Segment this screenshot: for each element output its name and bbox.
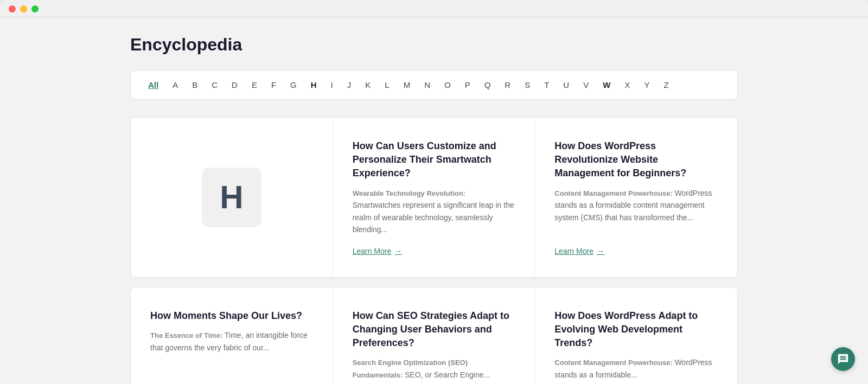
learn-more-smartwatch[interactable]: Learn More → bbox=[353, 247, 515, 255]
chat-bubble-button[interactable] bbox=[831, 347, 855, 371]
alpha-k[interactable]: K bbox=[363, 79, 373, 91]
h-icon-wrapper: H bbox=[150, 139, 313, 255]
card-moments-title: How Moments Shape Our Lives? bbox=[150, 309, 313, 323]
card-wordpress-title: How Does WordPress Revolutionize Website… bbox=[554, 139, 718, 181]
card-wordpress: How Does WordPress Revolutionize Website… bbox=[535, 118, 737, 278]
alpha-c[interactable]: C bbox=[209, 79, 220, 91]
alpha-q[interactable]: Q bbox=[482, 79, 493, 91]
card-seo-description: Search Engine Optimization (SEO) Fundame… bbox=[353, 356, 515, 381]
card-seo-title: How Can SEO Strategies Adapt to Changing… bbox=[353, 309, 515, 350]
page-title: Encyclopedia bbox=[130, 35, 738, 55]
alpha-all[interactable]: All bbox=[146, 79, 161, 91]
card-moments-description: The Essence of Time: Time, an intangible… bbox=[150, 329, 313, 381]
card-wordpress-trends-description: Content Management Powerhouse: WordPress… bbox=[554, 356, 718, 381]
card-moments: How Moments Shape Our Lives? The Essence… bbox=[131, 287, 333, 384]
traffic-light-red[interactable] bbox=[9, 5, 16, 12]
alpha-o[interactable]: O bbox=[442, 79, 453, 91]
alpha-n[interactable]: N bbox=[422, 79, 432, 91]
card-seo: How Can SEO Strategies Adapt to Changing… bbox=[333, 287, 535, 384]
alpha-b[interactable]: B bbox=[190, 79, 200, 91]
alpha-x[interactable]: X bbox=[622, 79, 632, 91]
alpha-r[interactable]: R bbox=[502, 79, 513, 91]
alpha-t[interactable]: T bbox=[542, 79, 551, 91]
alpha-f[interactable]: F bbox=[269, 79, 278, 91]
alphabet-nav: All A B C D E F G H I J K L M N O P Q R … bbox=[130, 70, 738, 100]
alpha-a[interactable]: A bbox=[170, 79, 180, 91]
card-smartwatch-title: How Can Users Customize and Personalize … bbox=[353, 139, 515, 181]
alpha-w[interactable]: W bbox=[601, 79, 612, 91]
card-smartwatch-description: Wearable Technology Revolution: Smartwat… bbox=[353, 187, 515, 236]
cards-row-2: How Moments Shape Our Lives? The Essence… bbox=[130, 287, 738, 384]
alpha-m[interactable]: M bbox=[401, 79, 413, 91]
alpha-g[interactable]: G bbox=[288, 79, 299, 91]
alpha-e[interactable]: E bbox=[250, 79, 259, 91]
alpha-d[interactable]: D bbox=[229, 79, 240, 91]
page-container: Encyclopedia All A B C D E F G H I J K L… bbox=[108, 35, 760, 384]
card-wordpress-trends-title: How Does WordPress Adapt to Evolving Web… bbox=[554, 309, 718, 350]
alpha-l[interactable]: L bbox=[382, 79, 391, 91]
card-h-icon: H bbox=[131, 118, 333, 278]
browser-chrome bbox=[0, 0, 868, 17]
card-wordpress-description: Content Management Powerhouse: WordPress… bbox=[554, 187, 718, 236]
alpha-h[interactable]: H bbox=[309, 79, 319, 91]
card-smartwatch: How Can Users Customize and Personalize … bbox=[333, 118, 535, 278]
alpha-j[interactable]: J bbox=[345, 79, 354, 91]
alpha-u[interactable]: U bbox=[561, 79, 571, 91]
alpha-p[interactable]: P bbox=[463, 79, 473, 91]
alpha-i[interactable]: I bbox=[329, 79, 335, 91]
alpha-v[interactable]: V bbox=[581, 79, 591, 91]
traffic-light-yellow[interactable] bbox=[20, 5, 27, 12]
content-area: Encyclopedia All A B C D E F G H I J K L… bbox=[0, 17, 868, 384]
alpha-y[interactable]: Y bbox=[642, 79, 652, 91]
cards-row-1: H How Can Users Customize and Personaliz… bbox=[130, 117, 738, 278]
h-letter-icon: H bbox=[202, 168, 261, 227]
traffic-light-green[interactable] bbox=[31, 5, 39, 12]
card-wordpress-trends: How Does WordPress Adapt to Evolving Web… bbox=[535, 287, 737, 384]
learn-more-wordpress[interactable]: Learn More → bbox=[554, 247, 718, 255]
alpha-s[interactable]: S bbox=[522, 79, 532, 91]
alpha-z[interactable]: Z bbox=[661, 79, 671, 91]
